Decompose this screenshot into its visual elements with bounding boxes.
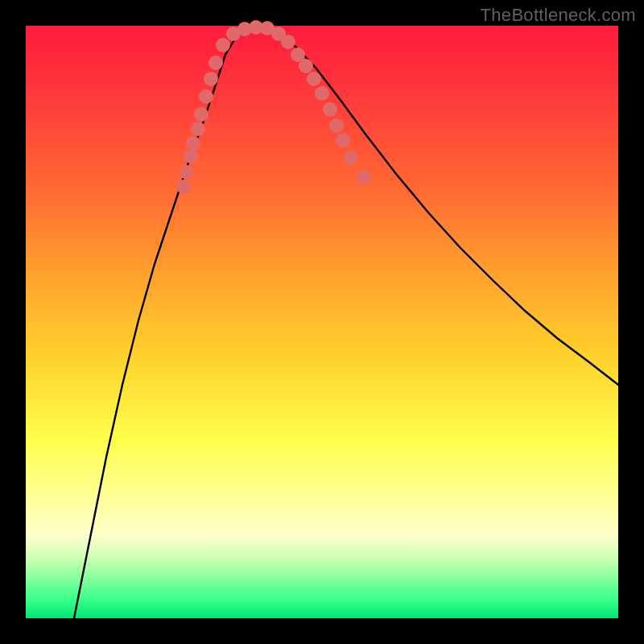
highlight-dot xyxy=(299,59,313,73)
highlight-dot xyxy=(216,38,230,52)
highlight-dot xyxy=(176,180,191,194)
highlight-dots xyxy=(176,20,371,194)
curve-layer xyxy=(26,26,618,618)
highlight-dot xyxy=(199,89,213,104)
watermark-text: TheBottleneck.com xyxy=(481,5,636,26)
highlight-dot xyxy=(208,56,223,70)
highlight-dot xyxy=(184,149,198,163)
highlight-dot xyxy=(204,72,218,86)
highlight-dot xyxy=(344,151,358,165)
highlight-dot xyxy=(194,107,208,122)
highlight-dot xyxy=(357,170,371,184)
highlight-dot xyxy=(186,136,200,151)
highlight-dot xyxy=(336,133,350,147)
bottleneck-curve xyxy=(74,27,618,618)
highlight-dot xyxy=(329,118,344,133)
highlight-dot xyxy=(315,86,329,101)
highlight-dot xyxy=(307,72,321,86)
chart-stage: TheBottleneck.com xyxy=(0,0,644,644)
highlight-dot xyxy=(180,165,194,180)
highlight-dot xyxy=(281,35,295,49)
highlight-dot xyxy=(191,122,205,136)
plot-area xyxy=(26,26,618,618)
highlight-dot xyxy=(323,102,337,117)
